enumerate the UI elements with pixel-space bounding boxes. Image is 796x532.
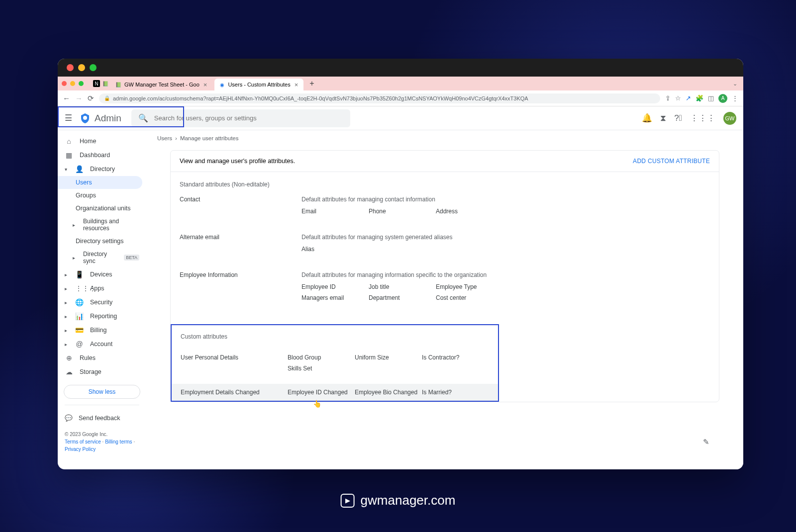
tab-users-attributes[interactable]: ◉ Users - Custom Attributes × (214, 79, 303, 90)
search-input[interactable] (154, 114, 343, 122)
chrome-menu-button[interactable]: ⋮ (732, 94, 738, 102)
apps-grid-icon[interactable]: ⋮⋮⋮ (690, 113, 715, 123)
terms-link[interactable]: Terms of service (65, 439, 101, 444)
extension-arrow-icon[interactable]: ↗ (686, 94, 691, 102)
attr-label: Contact (180, 196, 301, 215)
attr-field: Managers email (301, 294, 369, 301)
brand-text: Admin (95, 113, 121, 124)
notifications-icon[interactable]: 🔔 (642, 113, 652, 123)
sidebar-item-devices[interactable]: ▸📱Devices (58, 267, 146, 281)
billing-icon: 💳 (75, 326, 84, 334)
sidebar-item-dir-sync[interactable]: ▸Directory syncBETA (58, 248, 146, 267)
window-minimize-button[interactable] (78, 64, 85, 71)
sidebar-item-org-units[interactable]: Organizational units (58, 202, 146, 215)
sidebar-item-reporting[interactable]: ▸📊Reporting (58, 309, 146, 323)
url-bar[interactable]: 🔒 admin.google.com/ac/customschema?rapt=… (99, 93, 660, 103)
sidebar-item-storage[interactable]: ☁Storage (58, 365, 146, 379)
sidebar-item-dir-settings[interactable]: Directory settings (58, 235, 146, 248)
browser-addressbar: ← → ⟳ 🔒 admin.google.com/ac/customschema… (58, 90, 743, 106)
sidebar-item-rules[interactable]: ⊕Rules (58, 351, 146, 365)
extensions-icon[interactable]: 🧩 (696, 94, 703, 102)
sidebar-item-directory[interactable]: ▾👤Directory (58, 162, 146, 176)
sidebar: ⌂Home ▦Dashboard ▾👤Directory Users Group… (58, 130, 146, 469)
rules-icon: ⊕ (65, 354, 73, 362)
tab-label: Users - Custom Attributes (228, 82, 290, 88)
sidebar-label: Directory settings (76, 238, 124, 245)
account-avatar[interactable]: GW (723, 112, 736, 125)
notion-icon[interactable]: N (93, 80, 100, 87)
chevron-right-icon: ▸ (65, 328, 67, 333)
sidebar-item-buildings[interactable]: ▸Buildings and resources (58, 215, 146, 235)
inner-min-icon[interactable] (70, 81, 75, 86)
sidebar-item-dashboard[interactable]: ▦Dashboard (58, 148, 146, 162)
nav-reload-button[interactable]: ⟳ (88, 94, 94, 103)
sidebar-label: Groups (76, 192, 96, 199)
watermark-text: gwmanager.com (361, 493, 456, 508)
attr-field: Blood Group (288, 354, 355, 361)
inner-close-icon[interactable] (62, 81, 67, 86)
feedback-icon: 💬 (65, 414, 73, 422)
attr-field: Employee Type (436, 283, 503, 290)
panel-icon[interactable]: ◫ (708, 94, 714, 102)
sidebar-label: Organizational units (76, 205, 130, 212)
lock-icon: 🔒 (104, 95, 110, 101)
share-icon[interactable]: ⇪ (665, 94, 671, 102)
custom-attr-row-employment[interactable]: Employment Details Changed Employee ID C… (172, 384, 498, 401)
tab-close-button[interactable]: × (202, 81, 209, 89)
inner-max-icon[interactable] (79, 81, 84, 86)
security-icon: 🌐 (75, 298, 84, 306)
hourglass-icon[interactable]: ⧗ (660, 113, 666, 123)
app-header: ☰ Admin 🔍 🔔 ⧗ ?⃝ ⋮⋮⋮ GW (58, 106, 743, 130)
tab-label: GW Manager Test Sheet - Goo (124, 82, 199, 88)
sheets-icon[interactable]: 📗 (102, 80, 109, 87)
nav-forward-button[interactable]: → (75, 94, 83, 102)
billing-terms-link[interactable]: Billing terms (105, 439, 132, 444)
show-less-button[interactable]: Show less (64, 385, 140, 399)
search-bar[interactable]: 🔍 (131, 109, 350, 127)
sheets-favicon-icon: 📗 (115, 81, 122, 88)
sidebar-item-users[interactable]: Users (58, 176, 142, 189)
attr-field: Alias (301, 246, 369, 253)
sidebar-label: Send feedback (79, 415, 120, 422)
bookmark-icon[interactable]: ☆ (675, 94, 681, 102)
admin-logo[interactable]: Admin (79, 112, 121, 124)
browser-window: N 📗 📗 GW Manager Test Sheet - Goo × ◉ Us… (58, 59, 743, 469)
add-custom-attribute-button[interactable]: ADD CUSTOM ATTRIBUTE (633, 158, 710, 165)
new-tab-button[interactable]: + (305, 79, 318, 88)
attr-label: Employee Information (180, 271, 301, 301)
reporting-icon: 📊 (75, 312, 84, 320)
edit-icon[interactable]: ✎ (703, 438, 712, 446)
directory-icon: 👤 (75, 165, 84, 173)
custom-attr-row-personal[interactable]: User Personal Details Blood Group Unifor… (181, 349, 489, 377)
help-icon[interactable]: ?⃝ (674, 113, 682, 123)
attr-desc: Default attributes for managing system g… (301, 234, 710, 241)
sidebar-item-groups[interactable]: Groups (58, 189, 146, 202)
sidebar-item-account[interactable]: ▸@Account (58, 337, 146, 351)
main-menu-button[interactable]: ☰ (65, 113, 72, 123)
admin-favicon-icon: ◉ (218, 81, 225, 88)
tab-sheets[interactable]: 📗 GW Manager Test Sheet - Goo × (111, 79, 212, 90)
sidebar-item-apps[interactable]: ▸⋮⋮⋮Apps (58, 281, 146, 295)
chrome-profile-button[interactable]: A (718, 94, 727, 103)
sidebar-item-security[interactable]: ▸🌐Security (58, 295, 146, 309)
storage-icon: ☁ (65, 368, 73, 376)
window-close-button[interactable] (67, 64, 74, 71)
sidebar-label: Rules (80, 355, 96, 361)
attr-field: Is Contractor? (422, 354, 489, 361)
attr-field: Uniform Size (355, 354, 422, 361)
send-feedback-button[interactable]: 💬Send feedback (58, 410, 146, 426)
privacy-link[interactable]: Privacy Policy (65, 446, 96, 452)
breadcrumb-root[interactable]: Users (157, 135, 172, 141)
attr-field: Is Married? (422, 389, 489, 396)
sidebar-item-home[interactable]: ⌂Home (58, 134, 146, 148)
tabs-dropdown-icon[interactable]: ⌄ (733, 81, 743, 87)
sidebar-label: Account (90, 341, 112, 348)
nav-back-button[interactable]: ← (63, 94, 70, 102)
sidebar-item-billing[interactable]: ▸💳Billing (58, 323, 146, 337)
breadcrumb: Users›Manage user attributes (146, 130, 743, 146)
browser-tabbar: N 📗 📗 GW Manager Test Sheet - Goo × ◉ Us… (58, 77, 743, 90)
tab-close-button[interactable]: × (293, 81, 300, 89)
sidebar-label: Billing (90, 327, 106, 334)
window-maximize-button[interactable] (90, 64, 97, 71)
main-content: Users›Manage user attributes View and ma… (146, 130, 743, 469)
